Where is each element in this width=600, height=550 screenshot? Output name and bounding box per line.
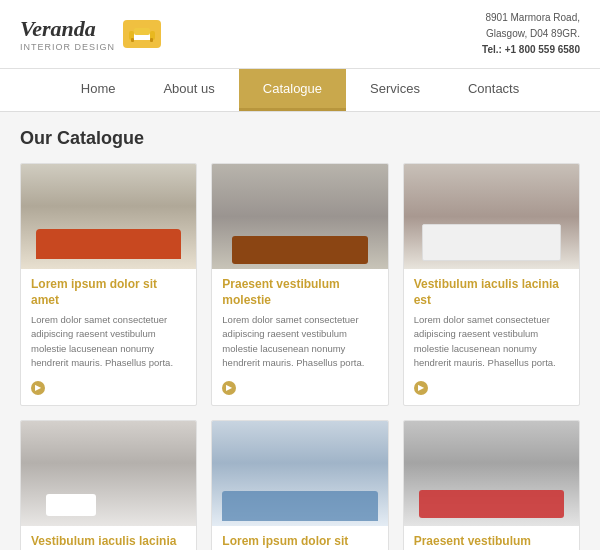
catalogue-card-5[interactable]: Lorem ipsum dolor sit amet Lorem dolor s…: [211, 420, 388, 550]
card-body-6: Praesent vestibulum molestie Lorem dolor…: [404, 526, 579, 550]
card-image-4: [21, 421, 196, 526]
card-body-4: Vestibulum iaculis lacinia est Lorem dol…: [21, 526, 196, 550]
catalogue-card-3[interactable]: Vestibulum iaculis lacinia est Lorem dol…: [403, 163, 580, 406]
card-more-2[interactable]: ▶: [222, 381, 236, 395]
card-image-1: [21, 164, 196, 269]
card-body-2: Praesent vestibulum molestie Lorem dolor…: [212, 269, 387, 405]
card-image-3: [404, 164, 579, 269]
card-title-6: Praesent vestibulum molestie: [414, 534, 569, 550]
nav-catalogue[interactable]: Catalogue: [239, 69, 346, 111]
card-title-5: Lorem ipsum dolor sit amet: [222, 534, 377, 550]
svg-rect-3: [131, 38, 134, 42]
catalogue-card-1[interactable]: Lorem ipsum dolor sit amet Lorem dolor s…: [20, 163, 197, 406]
card-body-1: Lorem ipsum dolor sit amet Lorem dolor s…: [21, 269, 196, 405]
svg-rect-4: [150, 38, 153, 42]
address-line1: 8901 Marmora Road,: [482, 10, 580, 26]
logo-text: Veranda Interior Design: [20, 16, 115, 52]
logo-name: Veranda: [20, 16, 115, 42]
arrow-icon-1: ▶: [31, 381, 45, 395]
card-body-3: Vestibulum iaculis lacinia est Lorem dol…: [404, 269, 579, 405]
nav-services[interactable]: Services: [346, 69, 444, 111]
card-body-5: Lorem ipsum dolor sit amet Lorem dolor s…: [212, 526, 387, 550]
catalogue-card-6[interactable]: Praesent vestibulum molestie Lorem dolor…: [403, 420, 580, 550]
catalogue-card-2[interactable]: Praesent vestibulum molestie Lorem dolor…: [211, 163, 388, 406]
nav-home[interactable]: Home: [57, 69, 140, 111]
card-image-2: [212, 164, 387, 269]
card-text-3: Lorem dolor samet consectetuer adipiscin…: [414, 313, 569, 370]
logo-icon: [123, 20, 161, 48]
card-title-4: Vestibulum iaculis lacinia est: [31, 534, 186, 550]
arrow-icon-2: ▶: [222, 381, 236, 395]
card-image-5: [212, 421, 387, 526]
logo-subtitle: Interior Design: [20, 42, 115, 52]
card-more-1[interactable]: ▶: [31, 381, 45, 395]
card-text-2: Lorem dolor samet consectetuer adipiscin…: [222, 313, 377, 370]
card-more-3[interactable]: ▶: [414, 381, 428, 395]
nav-about[interactable]: About us: [139, 69, 238, 111]
main-content: Our Catalogue Lorem ipsum dolor sit amet…: [0, 112, 600, 550]
nav-contacts[interactable]: Contacts: [444, 69, 543, 111]
section-title: Our Catalogue: [20, 128, 580, 149]
card-text-1: Lorem dolor samet consectetuer adipiscin…: [31, 313, 186, 370]
site-header: Veranda Interior Design 8901 Marmora Roa…: [0, 0, 600, 69]
card-title-3: Vestibulum iaculis lacinia est: [414, 277, 569, 308]
catalogue-card-4[interactable]: Vestibulum iaculis lacinia est Lorem dol…: [20, 420, 197, 550]
logo-area: Veranda Interior Design: [20, 16, 161, 52]
card-title-2: Praesent vestibulum molestie: [222, 277, 377, 308]
catalogue-grid: Lorem ipsum dolor sit amet Lorem dolor s…: [20, 163, 580, 550]
address-line2: Glasgow, D04 89GR.: [482, 26, 580, 42]
telephone: Tel.: +1 800 559 6580: [482, 42, 580, 58]
card-image-6: [404, 421, 579, 526]
card-title-1: Lorem ipsum dolor sit amet: [31, 277, 186, 308]
arrow-icon-3: ▶: [414, 381, 428, 395]
svg-rect-5: [134, 28, 150, 35]
main-nav: Home About us Catalogue Services Contact…: [0, 69, 600, 112]
contact-info: 8901 Marmora Road, Glasgow, D04 89GR. Te…: [482, 10, 580, 58]
sofa-icon: [128, 25, 156, 43]
